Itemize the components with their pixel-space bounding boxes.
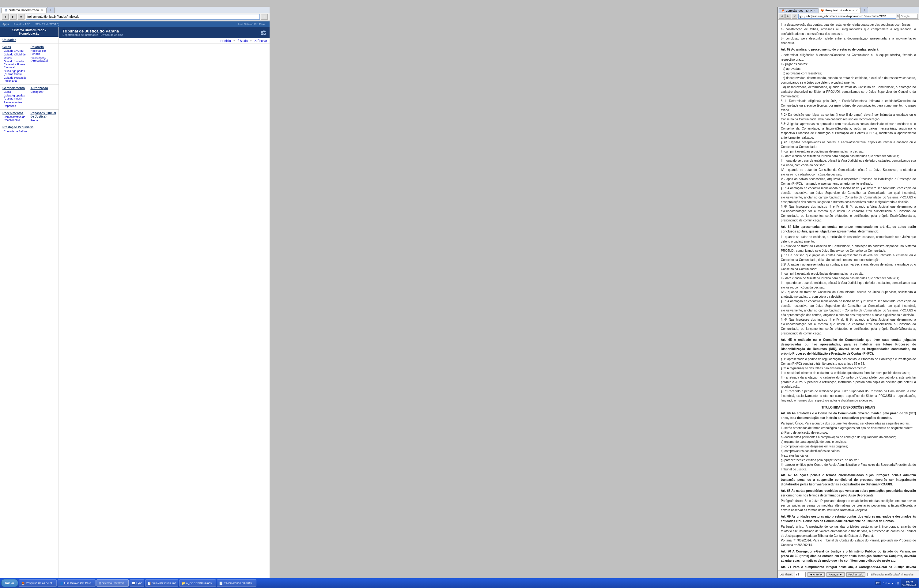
- preparo-link[interactable]: Preparo: [29, 118, 58, 122]
- browser-tab-1-icon: ⊞: [5, 8, 7, 12]
- forward-btn[interactable]: ►: [10, 14, 16, 19]
- faturamento-link[interactable]: Faturamento (Arrecadação): [29, 56, 58, 63]
- right-panel: 🦊 Correção Atos - TJPR ✕ 🦊 Pesquisa Únic…: [777, 7, 919, 578]
- tjpr-title: Tribunal de Justiça do Paraná: [63, 29, 123, 33]
- section-title-unidades: Unidades: [0, 38, 58, 42]
- ger-repasses-link[interactable]: Repasses: [1, 104, 29, 108]
- gerenciamento-col-title: Gerenciamento: [1, 86, 29, 90]
- section-unidades: Unidades: [0, 37, 58, 44]
- title-disposicoes: TÍTULO IIIDAS DISPOSIÇÕES FINAIS: [781, 405, 916, 410]
- back-btn[interactable]: ◄: [2, 14, 8, 19]
- ger-parcelamentos-link[interactable]: Parcelamentos: [1, 100, 29, 104]
- browser-tab-1-label: Sistema Uniformizado: [9, 8, 39, 12]
- demonstrativo-link[interactable]: Demonstrativo de Recebimento: [1, 115, 29, 122]
- right-url-bar[interactable]: [798, 14, 896, 19]
- guia-agrupadas-link[interactable]: Guias Agrupadas (Custas Finas): [1, 69, 29, 76]
- tray-icons: EN ▲ ● ♪ ⊞: [883, 582, 899, 585]
- right-refresh-btn[interactable]: ↺: [792, 14, 797, 19]
- controle-saldos-link[interactable]: Controle de Saldos: [0, 129, 58, 133]
- find-toolbar: Localizar: ◄ Anterior Avançar ► Fechar t…: [778, 570, 919, 578]
- date-display: 07/05/2015: [903, 583, 916, 586]
- art69-heading: Art. 69 As unidades gestoras não prestar…: [781, 514, 916, 523]
- configurar-link[interactable]: Configurar: [29, 90, 58, 94]
- recebimentos-col-title: Recebimentos: [1, 111, 29, 115]
- tab2-close[interactable]: ✕: [856, 9, 858, 12]
- right-back-btn[interactable]: ◄: [779, 14, 785, 19]
- ajuda-link[interactable]: ? Ajuda: [237, 39, 247, 42]
- google-search-area: G: [897, 14, 918, 19]
- new-tab-btn-right[interactable]: +: [861, 7, 868, 13]
- user-label[interactable]: Luiz Octávio Cm Pere...: [238, 23, 267, 26]
- art66-heading: Art. 66 As entidades e o Conselho da Com…: [781, 411, 916, 420]
- localizar-label: Localizar:: [780, 573, 793, 576]
- prev-btn[interactable]: ◄ Anterior: [808, 572, 825, 577]
- tray-icon-3: ●: [892, 582, 893, 585]
- tjpr-subtitle: Departamento de Informática - Divisão de…: [63, 33, 123, 36]
- language-indicator: PT: [875, 581, 881, 585]
- url-bar[interactable]: [26, 14, 260, 19]
- go-btn[interactable]: →: [261, 14, 268, 19]
- close-icon[interactable]: ✕: [41, 8, 43, 12]
- section-guias: Guias Guia do 1º Grau Guia do Oficial de…: [0, 44, 58, 84]
- guia-1grau-link[interactable]: Guia do 1º Grau: [1, 49, 29, 53]
- art70-heading: Art. 70 A Corregedoria-Geral da Justiça …: [781, 549, 916, 563]
- match-case-checkbox[interactable]: [867, 573, 870, 576]
- ger-guias-link[interactable]: Guias: [1, 90, 29, 94]
- find-input[interactable]: [795, 572, 806, 577]
- taskbar-item-5[interactable]: 📋 Julio Alaz Guakuma: [145, 580, 179, 587]
- apps-label[interactable]: Apps: [2, 23, 9, 26]
- repasses-col-title: Repasses (Oficial de Justiça): [29, 111, 58, 118]
- browser-tab-1[interactable]: ⊞ Sistema Uniformizado ✕: [1, 8, 47, 13]
- close-all-btn[interactable]: Fechar tudo: [846, 572, 866, 577]
- left-panel-header: Sistema Uniformizado - Homologação: [0, 27, 58, 37]
- tray-icon-1: EN: [883, 582, 887, 585]
- right-panel-content: I - a desaprovação das contas, quando re…: [778, 20, 919, 570]
- art71-heading: Art. 71 Para o cumprimento integral dest…: [781, 565, 916, 570]
- google-search-input[interactable]: [900, 14, 918, 19]
- art62-text: - determinar diligências à entidade/Cons…: [781, 53, 916, 223]
- start-button[interactable]: Iniciar: [1, 579, 18, 587]
- receitas-link[interactable]: Receitas por Período: [29, 49, 58, 56]
- project-label[interactable]: Projeto - TRE: [14, 23, 30, 26]
- relatorio-col-title: Relatório: [29, 45, 58, 49]
- art69-text: Parágrafo único. A prestação de contas d…: [781, 524, 916, 547]
- taskbar-item-7[interactable]: 📄 P Memorando 08-2015...: [217, 580, 256, 587]
- art61-text: I - a desaprovação das contas, quando re…: [781, 23, 916, 45]
- tab2-label: Pesquisa Única de Atos: [825, 9, 854, 12]
- art68-heading: Art. 68 As cartas precatórias recebidas …: [781, 488, 916, 498]
- guia-juizado-link[interactable]: Guia do Juizado Especial e Forma Recursa…: [1, 60, 29, 69]
- art64-heading: Art. 64 Não apresentadas as contas no pr…: [781, 225, 916, 234]
- tab1-label: Correção Atos - TJPR: [786, 9, 812, 12]
- inicio-link[interactable]: ⊙ Início: [220, 39, 231, 42]
- new-tab-btn[interactable]: +: [47, 7, 55, 13]
- taskbar-item-1[interactable]: 🦊 Pesquisa Única de At...: [19, 580, 57, 587]
- art65-text: § 1º apresentado o pedido de regularizaç…: [781, 357, 916, 403]
- taskbar-item-6[interactable]: 📁 Δ_COCEP/Reuniões...: [179, 580, 216, 587]
- art64-text: I - quando se tratar de entidade, a excl…: [781, 234, 916, 336]
- page-title-bar: Tribunal de Justiça do Paraná Departamen…: [59, 27, 270, 38]
- taskbar-item-4[interactable]: 💬 Lync: [129, 580, 144, 587]
- fechar-link[interactable]: ✕ Fechar: [254, 39, 267, 42]
- tray-icon-4: ♪: [894, 582, 896, 585]
- taskbar-item-3[interactable]: ⊞ Sistema Uniformiz...: [97, 580, 129, 587]
- right-panel-tab2[interactable]: 🦊 Pesquisa Única de Atos ✕: [819, 8, 860, 13]
- tab1-icon: 🦊: [781, 9, 785, 12]
- main-content: Tribunal de Justiça do Paraná Departamen…: [59, 27, 270, 578]
- guias-col-title: Guias: [1, 45, 29, 49]
- right-panel-tab1[interactable]: 🦊 Correção Atos - TJPR ✕: [779, 8, 818, 13]
- tab1-close[interactable]: ✕: [814, 9, 816, 12]
- guia-prestacao-link[interactable]: Guia de Prestação Pecuniária: [1, 76, 29, 83]
- tray-icon-2: ▲: [887, 582, 890, 585]
- tab2-icon: 🦊: [820, 9, 824, 12]
- sei-label[interactable]: SEI / TPM (TESTE): [35, 23, 59, 26]
- section-recebimentos: Recebimentos Demonstrativo de Recebiment…: [0, 110, 58, 124]
- match-case-label[interactable]: Diferenciar maiúsculas/minúsculas: [867, 573, 914, 576]
- art65-heading: Art. 65 A entidade ou o Conselho de Comu…: [781, 338, 916, 356]
- system-tray: PT EN ▲ ● ♪ ⊞ 15:49 07/05/2015: [875, 580, 918, 587]
- taskbar-item-2[interactable]: 👤 Luiz Octávio Cm Pere...: [58, 580, 95, 587]
- right-forward-btn[interactable]: ►: [785, 14, 791, 19]
- next-btn[interactable]: Avançar ►: [827, 572, 844, 577]
- ger-agrupadas-link[interactable]: Guias Agrupadas (Custas Finas): [1, 94, 29, 100]
- refresh-btn[interactable]: ↺: [18, 14, 24, 19]
- guia-oficial-link[interactable]: Guia do Oficial de Justiça: [1, 53, 29, 60]
